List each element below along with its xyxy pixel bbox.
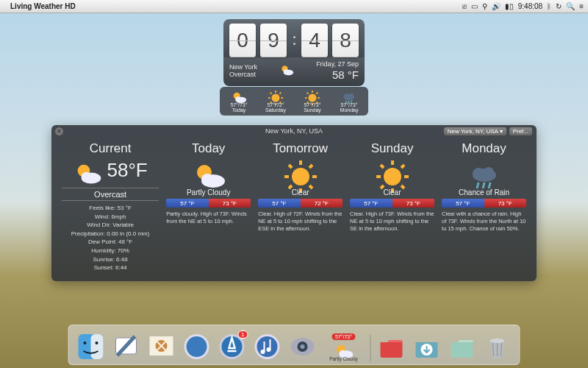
- svg-rect-22: [91, 334, 104, 359]
- forecast-heading: Today: [166, 141, 251, 156]
- partly-icon: [231, 90, 247, 102]
- temp-high: 73 °F: [392, 199, 434, 208]
- location-dropdown[interactable]: New York, NY, USA ▾: [444, 127, 506, 135]
- spotlight-icon[interactable]: 🔍: [566, 2, 575, 10]
- dock-appstore[interactable]: 1: [218, 332, 247, 361]
- dock-mail[interactable]: [147, 332, 176, 361]
- forecast-col-monday: Monday Chance of Rain 57 °F 73 °F Clear …: [442, 141, 526, 272]
- menu-bar: Living Weather HD ⎚ ▭ ⚲ 🔊 ▮▯ 9:48:08 ᛒ ↻…: [0, 0, 588, 13]
- forecast-text: Clear. High of 73F. Winds from the NE at…: [350, 210, 434, 232]
- mini-day-2: 57°/73° Sunday: [298, 90, 327, 113]
- svg-point-35: [267, 347, 271, 352]
- menu-clock[interactable]: 9:48:08: [518, 2, 542, 10]
- widget-city: New York: [229, 63, 257, 71]
- appstore-badge: 1: [237, 330, 248, 339]
- wifi-icon[interactable]: ⚲: [482, 2, 487, 10]
- mini-label: Saturday: [261, 107, 290, 113]
- current-temp: 58°F: [107, 159, 147, 182]
- dock-separator: [370, 335, 371, 361]
- dock-folder-2[interactable]: [448, 332, 477, 361]
- dock-itunes[interactable]: [253, 332, 282, 361]
- stat-winddir: Wind Dir: Variable: [62, 221, 159, 230]
- partly-icon: [334, 342, 354, 356]
- dock-finder[interactable]: [76, 332, 106, 361]
- mini-forecast-strip[interactable]: 57°/73° Today 57°/72° Saturday 57°/73° S…: [220, 87, 368, 116]
- forecast-heading: Tomorrow: [258, 141, 343, 156]
- dock-downloads[interactable]: [412, 332, 442, 361]
- airplay-icon[interactable]: ⎚: [462, 2, 467, 10]
- dock-weather-temps: 57°/73°: [332, 333, 355, 340]
- sunny-icon: [375, 159, 410, 185]
- bluetooth-icon[interactable]: ᛒ: [547, 2, 551, 10]
- sunny-icon: [304, 90, 320, 102]
- dock-xcode[interactable]: [112, 332, 141, 361]
- clock-widget[interactable]: 0 9 4 8 New York Overcast Friday, 27 Sep…: [223, 19, 365, 86]
- sunny-icon: [268, 90, 284, 102]
- app-title[interactable]: Living Weather HD: [10, 2, 76, 10]
- svg-point-38: [301, 344, 305, 349]
- temp-bar: 57 °F 73 °F: [350, 199, 434, 208]
- forecast-condition: Chance of Rain: [442, 188, 526, 197]
- forecast-condition: Clear: [258, 188, 343, 197]
- temp-high: 72 °F: [301, 199, 343, 208]
- flip-clock: 0 9 4 8: [223, 19, 365, 57]
- hour-digit-1: 0: [229, 24, 256, 57]
- stat-wind: Wind: 6mph: [62, 213, 159, 222]
- sync-icon[interactable]: ↻: [556, 2, 562, 10]
- temp-high: 73 °F: [209, 199, 251, 208]
- mini-label: Today: [224, 107, 254, 113]
- svg-point-40: [490, 339, 505, 343]
- widget-condition: Overcast: [229, 71, 257, 79]
- dock-facetime[interactable]: [288, 332, 318, 361]
- weather-detail-panel: ✕ New York, NY, USA New York, NY, USA ▾ …: [51, 125, 537, 281]
- dock-folder-1[interactable]: [377, 332, 406, 361]
- forecast-col-tomorrow: Tomorrow Clear 57 °F 72 °F Clear. High o…: [258, 141, 343, 272]
- dock-safari[interactable]: [182, 332, 212, 361]
- svg-point-24: [96, 342, 98, 344]
- forecast-col-sunday: Sunday Clear 57 °F 73 °F Clear. High of …: [350, 141, 434, 272]
- temp-high: 73 °F: [484, 199, 526, 208]
- temp-low: 57 °F: [166, 199, 208, 208]
- display-icon[interactable]: ▭: [471, 2, 478, 10]
- widget-date: Friday, 27 Sep: [316, 60, 359, 68]
- widget-weather-icon: [276, 63, 297, 78]
- hour-digit-2: 9: [260, 24, 287, 57]
- partly-icon: [191, 159, 226, 185]
- mini-label: Monday: [334, 107, 364, 113]
- battery-icon[interactable]: ▮▯: [505, 2, 514, 10]
- forecast-text: Clear with a chance of rain. High of 73F…: [442, 210, 526, 232]
- mini-temp: 57°/73°: [224, 102, 254, 107]
- temp-bar: 57 °F 73 °F: [442, 199, 526, 208]
- forecast-condition: Partly Cloudy: [166, 188, 251, 197]
- mini-label: Sunday: [298, 107, 327, 113]
- clock-widget-footer: New York Overcast Friday, 27 Sep 58 °F: [223, 57, 365, 86]
- rain-icon: [341, 90, 357, 102]
- notifications-icon[interactable]: ≡: [579, 2, 584, 10]
- widget-temp: 58 °F: [316, 68, 359, 82]
- minute-digit-1: 4: [301, 24, 328, 57]
- svg-point-23: [84, 342, 87, 344]
- temp-low: 57 °F: [442, 199, 484, 208]
- stat-precip: Precipitation: 0.00 in (0.0 mm): [62, 230, 159, 238]
- dock-weather-label: Partly Cloudy: [323, 356, 365, 361]
- stat-dewpoint: Dew Point: 48 °F: [62, 238, 159, 247]
- stat-feelslike: Feels like: 53 °F: [62, 204, 159, 213]
- sunny-icon: [283, 159, 318, 185]
- svg-point-33: [257, 336, 278, 357]
- mini-temp: 57°/72°: [261, 102, 290, 107]
- temp-bar: 57 °F 72 °F: [258, 199, 343, 208]
- dock-weather-app[interactable]: 57°/73° Partly Cloudy: [323, 328, 365, 361]
- forecast-text: Partly cloudy. High of 73F. Winds from t…: [166, 210, 251, 225]
- mini-temp: 57°/73°: [334, 102, 364, 107]
- mini-day-0: 57°/73° Today: [224, 90, 254, 113]
- temp-bar: 57 °F 73 °F: [166, 199, 251, 208]
- forecast-col-today: Today Partly Cloudy 57 °F 73 °F Partly c…: [166, 141, 251, 272]
- temp-low: 57 °F: [350, 199, 392, 208]
- dock-trash[interactable]: [483, 332, 512, 361]
- volume-icon[interactable]: 🔊: [492, 2, 501, 10]
- forecast-condition: Clear: [350, 188, 434, 197]
- current-column: Current 58°F Overcast Feels like: 53 °F …: [62, 141, 159, 272]
- preferences-button[interactable]: Pref...: [509, 127, 532, 135]
- current-condition: Overcast: [62, 188, 159, 201]
- rain-icon: [467, 159, 502, 185]
